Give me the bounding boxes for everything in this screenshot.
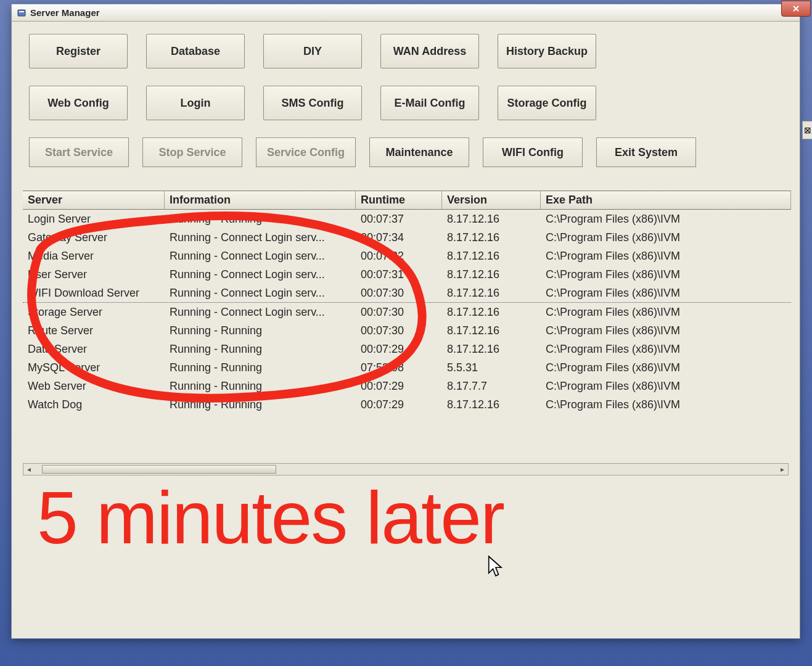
database-button[interactable]: Database [146,34,245,68]
wan-address-button[interactable]: WAN Address [380,34,479,68]
cell-version: 8.17.12.16 [442,324,541,337]
cell-information: Running - Running [165,380,356,393]
cell-information: Running - Running [165,343,356,356]
history-backup-button[interactable]: History Backup [498,34,596,68]
table-row[interactable]: WIFI Download ServerRunning - Connect Lo… [23,284,791,302]
cell-runtime: 00:07:31 [356,268,442,281]
cell-server: User Server [23,268,165,281]
cell-exe_path: C:\Program Files (x86)\IVM [541,213,791,226]
cell-version: 8.17.12.16 [442,250,541,263]
col-exe-path[interactable]: Exe Path [541,191,791,209]
cell-exe_path: C:\Program Files (x86)\IVM [541,306,791,319]
app-icon [17,8,27,18]
grid-header[interactable]: Server Information Runtime Version Exe P… [23,191,791,210]
cell-version: 8.17.7.7 [442,380,541,393]
background-window-fragment: ⊠ [802,121,812,139]
cell-server: Route Server [23,324,165,337]
cell-exe_path: C:\Program Files (x86)\IVM [541,287,791,300]
scroll-right-icon[interactable]: ▸ [777,464,788,475]
table-row[interactable]: Web ServerRunning - Running00:07:298.17.… [23,377,791,395]
cell-information: Running - Connect Login serv... [165,250,356,263]
cell-information: Running - Running [165,361,356,374]
cell-information: Running - Connect Login serv... [165,287,356,300]
cell-runtime: 00:07:32 [356,250,442,263]
cell-information: Running - Connect Login serv... [165,306,356,319]
login-button[interactable]: Login [146,86,245,120]
cell-exe_path: C:\Program Files (x86)\IVM [541,398,791,411]
web-config-button[interactable]: Web Config [29,86,128,120]
service-config-button: Service Config [256,138,356,167]
cell-version: 8.17.12.16 [442,213,541,226]
service-row: Start ServiceStop ServiceService ConfigM… [29,138,787,167]
cell-exe_path: C:\Program Files (x86)\IVM [541,268,791,281]
toolbar-area: RegisterDatabaseDIYWAN AddressHistory Ba… [12,22,800,191]
svg-rect-0 [18,10,25,16]
cell-server: Data Server [23,343,165,356]
cell-runtime: 00:07:30 [356,324,442,337]
cell-runtime: 00:07:29 [356,398,442,411]
col-server[interactable]: Server [23,191,165,209]
maintenance-button[interactable]: Maintenance [369,138,469,167]
horizontal-scrollbar[interactable]: ◂ ▸ [23,463,789,475]
cell-exe_path: C:\Program Files (x86)\IVM [541,231,791,244]
cell-information: Running - Running [165,398,356,411]
sms-config-button[interactable]: SMS Config [263,86,362,120]
col-information[interactable]: Information [165,191,356,209]
cell-server: Gateway Server [23,231,165,244]
cell-exe_path: C:\Program Files (x86)\IVM [541,324,791,337]
email-config-button[interactable]: E-Mail Config [380,86,479,120]
table-row[interactable]: Media ServerRunning - Connect Login serv… [23,247,791,265]
cell-runtime: 00:07:30 [356,306,442,319]
svg-rect-1 [19,11,24,12]
storage-config-button[interactable]: Storage Config [498,86,596,120]
cell-server: WIFI Download Server [23,287,165,300]
cell-server: Storage Server [23,306,165,319]
col-version[interactable]: Version [442,191,541,209]
table-row[interactable]: Data ServerRunning - Running00:07:298.17… [23,340,791,358]
table-row[interactable]: Route ServerRunning - Running00:07:308.1… [23,321,791,340]
cell-information: Running - Connect Login serv... [165,231,356,244]
cell-version: 8.17.12.16 [442,343,541,356]
cell-version: 8.17.12.16 [442,287,541,300]
table-row[interactable]: MySQL ServerRunning - Running07:53:085.5… [23,358,791,377]
table-row[interactable]: Login ServerRunning - Running00:07:378.1… [23,210,791,228]
cell-server: Watch Dog [23,398,165,411]
cell-exe_path: C:\Program Files (x86)\IVM [541,361,791,374]
cell-exe_path: C:\Program Files (x86)\IVM [541,380,791,393]
grid-body: Login ServerRunning - Running00:07:378.1… [23,210,791,414]
cell-runtime: 00:07:30 [356,287,442,300]
cell-runtime: 00:07:37 [356,213,442,226]
cell-server: Media Server [23,250,165,263]
table-row[interactable]: Gateway ServerRunning - Connect Login se… [23,228,791,247]
table-row[interactable]: Watch DogRunning - Running00:07:298.17.1… [23,395,791,414]
table-row[interactable]: Storage ServerRunning - Connect Login se… [23,303,791,321]
cell-runtime: 00:07:29 [356,380,442,393]
table-row[interactable]: User ServerRunning - Connect Login serv.… [23,265,791,284]
cell-runtime: 00:07:29 [356,343,442,356]
close-button[interactable] [781,1,811,17]
cell-version: 8.17.12.16 [442,398,541,411]
server-grid: Server Information Runtime Version Exe P… [23,191,791,414]
exit-system-button[interactable]: Exit System [596,138,696,167]
cell-version: 8.17.12.16 [442,268,541,281]
window-title: Server Manager [30,7,100,18]
cell-information: Running - Running [165,213,356,226]
wifi-config-button[interactable]: WIFI Config [483,138,583,167]
cell-version: 8.17.12.16 [442,306,541,319]
titlebar[interactable]: Server Manager [12,4,800,22]
cell-exe_path: C:\Program Files (x86)\IVM [541,343,791,356]
stop-service-button: Stop Service [142,138,242,167]
toolbar-row-1: RegisterDatabaseDIYWAN AddressHistory Ba… [29,34,787,68]
diy-button[interactable]: DIY [263,34,362,68]
cell-server: Login Server [23,213,165,226]
col-runtime[interactable]: Runtime [356,191,442,209]
cell-runtime: 00:07:34 [356,231,442,244]
cell-information: Running - Running [165,324,356,337]
cell-information: Running - Connect Login serv... [165,268,356,281]
scroll-left-icon[interactable]: ◂ [23,464,35,475]
cell-runtime: 07:53:08 [356,361,442,374]
register-button[interactable]: Register [29,34,128,68]
scroll-thumb[interactable] [42,465,276,474]
toolbar-row-2: Web ConfigLoginSMS ConfigE-Mail ConfigSt… [29,86,787,120]
server-manager-window: Server Manager RegisterDatabaseDIYWAN Ad… [11,4,800,639]
